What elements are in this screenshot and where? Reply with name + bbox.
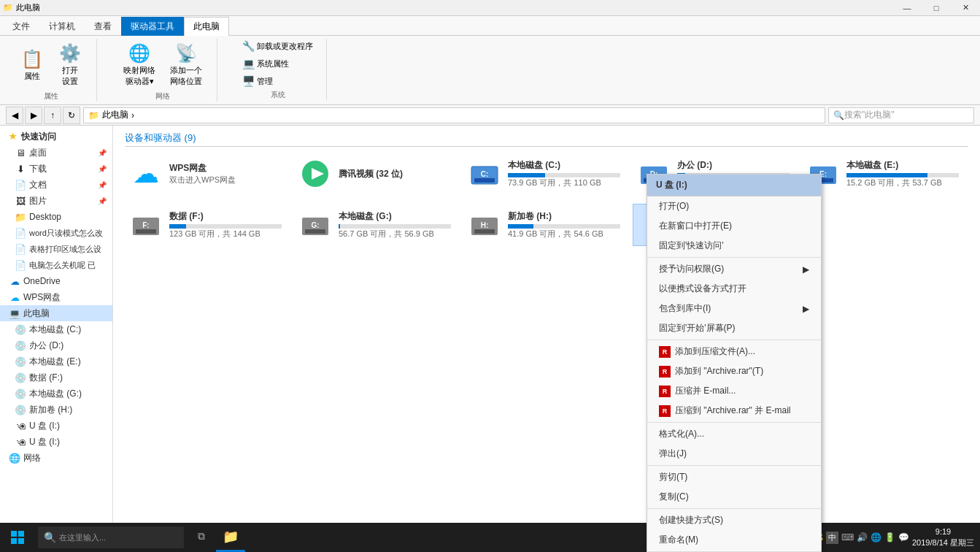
sidebar-item-i1[interactable]: 🖲 U 盘 (I:) (0, 418, 112, 434)
table-label: 表格打印区域怎么设 (29, 244, 101, 255)
pc-icon2: 📄 (15, 259, 26, 271)
context-menu-create-shortcut[interactable]: 创建快捷方式(S) (647, 510, 821, 530)
tab-driver-tools[interactable]: 驱动器工具 (121, 17, 184, 36)
context-menu-include-library[interactable]: 包含到库中(I) ▶ (647, 299, 821, 318)
svg-rect-29 (18, 538, 24, 544)
lang-indicator[interactable]: 中 (826, 532, 838, 544)
start-button[interactable] (0, 523, 35, 552)
pin-icon4: 📌 (98, 197, 107, 205)
ribbon-btn-open-settings[interactable]: ⚙️ 打开设置 (53, 39, 88, 90)
sidebar-item-documents[interactable]: 📄 文档 📌 (0, 177, 112, 193)
taskbar-date: 2019/8/14 星期三 (912, 537, 974, 548)
context-menu-pin-start[interactable]: 固定到'开始'屏幕(P) (647, 318, 821, 338)
tab-file[interactable]: 文件 (3, 17, 39, 36)
notification-icon[interactable]: 💬 (898, 532, 909, 543)
context-menu-grant-access[interactable]: 授予访问权限(G) ▶ (647, 259, 821, 279)
context-menu-add-compress[interactable]: R 添加到压缩文件(A)... (647, 342, 821, 361)
device-c[interactable]: C: 本地磁盘 (C:) 73.9 GB 可用，共 110 GB (463, 153, 624, 195)
ribbon-btn-map-drive[interactable]: 🌐 映射网络驱动器▾ (117, 39, 161, 90)
ribbon-btn-uninstall[interactable]: 🔧 卸载或更改程序 (238, 39, 317, 53)
sidebar-item-thispc[interactable]: 💻 此电脑 (0, 305, 112, 321)
pin-icon3: 📌 (98, 181, 107, 189)
add-archive-label: 添加到 "Archive.rar"(T) (675, 365, 763, 377)
device-tencent[interactable]: 腾讯视频 (32 位) (294, 153, 455, 195)
cortana-search[interactable]: 🔍 在这里输入... (38, 526, 184, 548)
context-menu-cut[interactable]: 剪切(T) (647, 467, 821, 487)
search-icon: 🔍 (833, 110, 844, 120)
tab-computer[interactable]: 计算机 (39, 17, 85, 36)
ribbon-btn-add-network[interactable]: 📡 添加一个网络位置 (164, 39, 208, 90)
tab-view[interactable]: 查看 (85, 17, 121, 36)
context-menu-portable[interactable]: 以便携式设备方式打开 (647, 279, 821, 299)
path-arrow: › (131, 110, 134, 120)
forward-button[interactable]: ▶ (25, 107, 42, 124)
svg-rect-19 (474, 229, 495, 234)
tab-this-pc[interactable]: 此电脑 (184, 17, 229, 36)
close-button[interactable]: ✕ (954, 0, 977, 16)
speaker-icon[interactable]: 🔊 (857, 532, 868, 543)
network-tray-icon[interactable]: 🌐 (871, 532, 881, 543)
copy-label: 复制(C) (659, 491, 689, 503)
taskbar-btn-explorer[interactable]: 📁 (216, 523, 245, 552)
device-h[interactable]: H: 新加卷 (H:) 41.9 GB 可用，共 54.6 GB (463, 204, 624, 246)
cut-label: 剪切(T) (659, 471, 687, 483)
ribbon-btn-properties[interactable]: 📋 属性 (15, 45, 50, 85)
sidebar-item-i2[interactable]: 🖲 U 盘 (I:) (0, 434, 112, 450)
context-menu-compress-email[interactable]: R 压缩并 E-mail... (647, 381, 821, 401)
separator4 (647, 465, 821, 466)
back-button[interactable]: ◀ (6, 107, 23, 124)
ribbon-btn-system-props[interactable]: 💻 系统属性 (238, 56, 293, 71)
sidebar: ★ 快速访问 🖥 桌面 📌 ⬇ 下载 📌 📄 文档 📌 🖼 图片 📌 📁 Des… (0, 126, 113, 542)
rar-icon1: R (659, 346, 671, 358)
addressbar-nav: ◀ ▶ ↑ ↻ (6, 107, 80, 124)
sidebar-item-e[interactable]: 💿 本地磁盘 (E:) (0, 353, 112, 369)
context-menu-format[interactable]: 格式化(A)... (647, 424, 821, 444)
svg-rect-26 (11, 531, 17, 537)
addressbar-search[interactable]: 🔍 搜索"此电脑" (828, 107, 974, 123)
sidebar-item-g[interactable]: 💿 本地磁盘 (G:) (0, 386, 112, 402)
context-menu-compress-archive-email[interactable]: R 压缩到 "Archive.rar" 并 E-mail (647, 401, 821, 421)
maximize-button[interactable]: □ (925, 0, 948, 16)
taskbar-right: S 中 ⌨ 🔊 🌐 🔋 💬 9:19 2019/8/14 星期三 (817, 526, 980, 549)
svg-rect-16 (305, 229, 325, 234)
sidebar-item-onedrive[interactable]: ☁ OneDrive (0, 273, 112, 289)
sidebar-item-network[interactable]: 🌐 网络 (0, 450, 112, 466)
sidebar-item-h[interactable]: 💿 新加卷 (H:) (0, 402, 112, 418)
sidebar-item-table[interactable]: 📄 表格打印区域怎么设 (0, 241, 112, 257)
addressbar-path[interactable]: 📁 此电脑 › (83, 107, 825, 123)
sidebar-item-word[interactable]: 📄 word只读模式怎么改 (0, 225, 112, 241)
taskbar-btn-taskview[interactable]: ⧉ (187, 523, 216, 552)
sidebar-item-desktop[interactable]: 🖥 桌面 📌 (0, 145, 112, 161)
device-f[interactable]: F: 数据 (F:) 123 GB 可用，共 144 GB (125, 204, 285, 246)
context-menu-rename[interactable]: 重命名(M) (647, 530, 821, 550)
device-e[interactable]: E: 本地磁盘 (E:) 15.2 GB 可用，共 53.7 GB (802, 153, 962, 195)
context-menu-copy[interactable]: 复制(C) (647, 487, 821, 507)
sidebar-quick-access-header[interactable]: ★ 快速访问 (0, 129, 112, 145)
device-g[interactable]: G: 本地磁盘 (G:) 56.7 GB 可用，共 56.9 GB (294, 204, 455, 246)
drive-c-label: 本地磁盘 (C:) (29, 323, 81, 336)
sidebar-item-pictures[interactable]: 🖼 图片 📌 (0, 193, 112, 209)
device-wps-cloud[interactable]: ☁ WPS网盘 双击进入WPS网盘 (125, 153, 285, 195)
sidebar-item-wps[interactable]: ☁ WPS网盘 (0, 289, 112, 305)
context-menu-open[interactable]: 打开(O) (647, 196, 821, 216)
refresh-button[interactable]: ↻ (63, 107, 80, 124)
sidebar-item-c[interactable]: 💿 本地磁盘 (C:) (0, 321, 112, 337)
tencent-icon (298, 156, 333, 191)
context-menu-open-new-window[interactable]: 在新窗口中打开(E) (647, 216, 821, 236)
drive-h-label: 新加卷 (H:) (29, 404, 72, 416)
ribbon-btn-manage[interactable]: 🖥️ 管理 (238, 74, 277, 88)
manage-icon: 🖥️ (242, 75, 254, 87)
sidebar-item-d[interactable]: 💿 办公 (D:) (0, 337, 112, 353)
taskbar-clock[interactable]: 9:19 2019/8/14 星期三 (912, 526, 974, 549)
sidebar-item-pc[interactable]: 📄 电脑怎么关机呢 已 (0, 257, 112, 273)
minimize-button[interactable]: — (895, 0, 919, 16)
sidebar-item-desktop2[interactable]: 📁 Desktop (0, 209, 112, 225)
context-menu-eject[interactable]: 弹出(J) (647, 444, 821, 464)
context-menu-pin-quick[interactable]: 固定到'快速访问' (647, 236, 821, 256)
content-area: 设备和驱动器 (9) ☁ WPS网盘 双击进入WPS网盘 (113, 126, 980, 542)
sidebar-item-downloads[interactable]: ⬇ 下载 📌 (0, 161, 112, 177)
sidebar-item-f[interactable]: 💿 数据 (F:) (0, 369, 112, 386)
context-menu-add-archive[interactable]: R 添加到 "Archive.rar"(T) (647, 361, 821, 381)
titlebar-title: 此电脑 (16, 2, 40, 13)
up-button[interactable]: ↑ (44, 107, 61, 124)
